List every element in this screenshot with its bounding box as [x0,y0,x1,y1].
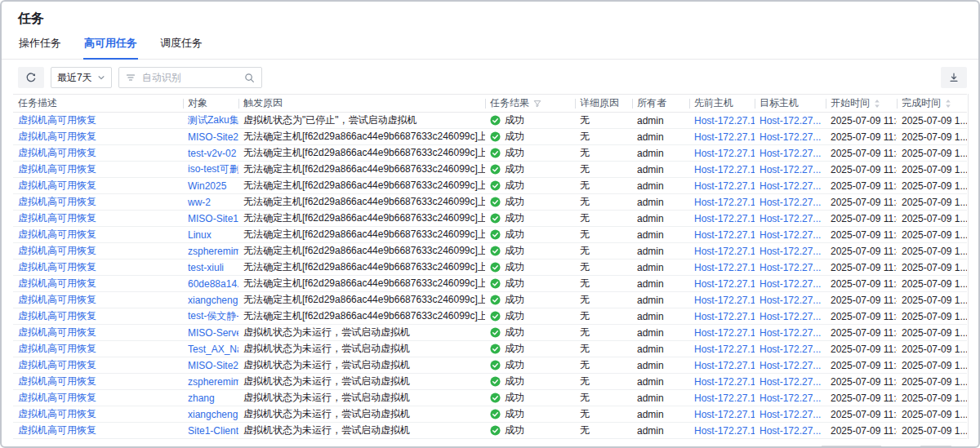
task-description-link[interactable]: 虚拟机高可用恢复 [18,180,96,191]
object-link[interactable]: xiangcheng... [188,295,238,306]
sort-icon[interactable] [874,99,880,109]
previous-host-link[interactable]: Host-172.27.1.30 [694,311,755,322]
object-link[interactable]: test-v2v-02 [188,148,236,159]
task-description-link[interactable]: 虚拟机高可用恢复 [18,294,96,305]
previous-host-link[interactable]: Host-172.27.1.30 [694,295,755,306]
tab-scheduled-tasks[interactable]: 调度任务 [159,29,203,59]
previous-host-link[interactable]: Host-172.27.1.30 [694,213,755,224]
previous-host-link[interactable]: Host-172.27.1.30 [694,229,755,241]
finish-time-text: 2025-07-09 1... [897,259,967,276]
previous-host-link[interactable]: Host-172.27.1.30 [694,180,755,192]
target-host-link[interactable]: Host-172.27... [760,148,821,159]
target-host-link[interactable]: Host-172.27... [760,180,821,192]
object-link[interactable]: zspheremim... [188,376,238,388]
previous-host-link[interactable]: Host-172.27.1.32 [694,376,755,388]
task-description-link[interactable]: 虚拟机高可用恢复 [18,228,96,240]
object-link[interactable]: iso-test可删 [188,163,238,175]
object-link[interactable]: 测试Zaku集... [188,114,238,126]
task-description-link[interactable]: 虚拟机高可用恢复 [18,196,96,207]
date-range-select[interactable]: 最近7天 [51,67,112,88]
task-description-link[interactable]: 虚拟机高可用恢复 [18,326,96,338]
target-host-link[interactable]: Host-172.27... [760,425,821,437]
target-host-link[interactable]: Host-172.27... [760,409,821,420]
previous-host-link[interactable]: Host-172.27.1.32 [694,393,755,404]
object-link[interactable]: test-xiuli [188,262,224,273]
target-host-link[interactable]: Host-172.27... [760,360,821,371]
object-link[interactable]: MISO-Site2... [188,131,238,143]
task-description-link[interactable]: 虚拟机高可用恢复 [18,163,96,175]
object-link[interactable]: Win2025 [188,180,226,192]
search-input[interactable] [140,71,239,84]
target-host-link[interactable]: Host-172.27... [760,164,821,175]
object-link[interactable]: Site1-Client1 [188,425,238,437]
object-link[interactable]: zspheremim... [188,246,238,257]
object-link[interactable]: Linux [188,229,212,241]
previous-host-link[interactable]: Host-172.27.1.32 [694,344,755,355]
tab-operation-tasks[interactable]: 操作任务 [18,29,62,59]
sort-icon[interactable] [945,99,951,109]
object-link[interactable]: MISO-Serve... [188,327,238,339]
object-link[interactable]: 60de88a14... [188,278,238,290]
target-host-link[interactable]: Host-172.27... [760,376,821,388]
previous-host-link[interactable]: Host-172.27.1.32 [694,360,755,371]
object-link[interactable]: MISO-Site2... [188,360,238,371]
target-host-link[interactable]: Host-172.27... [760,213,821,224]
export-button[interactable] [941,67,967,88]
previous-host-link[interactable]: Host-172.27.1.30 [694,278,755,290]
task-description-link[interactable]: 虚拟机高可用恢复 [18,310,96,322]
previous-host-link[interactable]: Host-172.27.1.30 [694,246,755,257]
target-host-link[interactable]: Host-172.27... [760,262,821,273]
detail-reason-text: 无 [575,113,632,129]
previous-host-link[interactable]: Host-172.27.1.30 [694,262,755,273]
object-link[interactable]: xiangcheng... [188,409,238,420]
target-host-link[interactable]: Host-172.27... [760,197,821,208]
target-host-link[interactable]: Host-172.27... [760,327,821,339]
refresh-button[interactable] [18,67,44,88]
target-host-link[interactable]: Host-172.27... [760,278,821,290]
tab-ha-tasks[interactable]: 高可用任务 [83,29,138,60]
target-host-link[interactable]: Host-172.27... [760,229,821,241]
object-link[interactable]: Test_AX_Na... [188,344,238,355]
task-description-link[interactable]: 虚拟机高可用恢复 [18,359,96,370]
task-description-link[interactable]: 虚拟机高可用恢复 [18,343,96,354]
target-host-link[interactable]: Host-172.27... [760,131,821,143]
success-check-icon [490,213,501,224]
task-description-link[interactable]: 虚拟机高可用恢复 [18,114,96,126]
target-host-link[interactable]: Host-172.27... [760,295,821,306]
task-description-link[interactable]: 虚拟机高可用恢复 [18,261,96,273]
task-description-link[interactable]: 虚拟机高可用恢复 [18,245,96,256]
filter-funnel-icon[interactable] [533,100,541,108]
task-description-link[interactable]: 虚拟机高可用恢复 [18,392,96,403]
previous-host-link[interactable]: Host-172.27.1.30 [694,164,755,175]
task-description-link[interactable]: 虚拟机高可用恢复 [18,212,96,224]
table-header-row: 任务描述 对象 触发原因 任务结果 详细原因 所有者 先前主机 目标主机 [13,95,967,113]
object-link[interactable]: MISO-Site1... [188,213,238,224]
previous-host-link[interactable]: Host-172.27.1.32 [694,425,755,437]
target-host-link[interactable]: Host-172.27... [760,393,821,404]
col-task-result[interactable]: 任务结果 [485,95,575,113]
object-link[interactable]: zhang [188,393,215,404]
target-host-link[interactable]: Host-172.27... [760,115,821,126]
target-host-link[interactable]: Host-172.27... [760,311,821,322]
previous-host-link[interactable]: Host-172.27.1.30 [694,131,755,143]
task-description-link[interactable]: 虚拟机高可用恢复 [18,424,96,436]
previous-host-link[interactable]: Host-172.27.1.32 [694,327,755,339]
previous-host-link[interactable]: Host-172.27.1.32 [694,409,755,420]
search-icon[interactable] [244,73,255,83]
target-host-link[interactable]: Host-172.27... [760,246,821,257]
task-description-link[interactable]: 虚拟机高可用恢复 [18,375,96,387]
previous-host-link[interactable]: Host-172.27.1.30 [694,115,755,126]
previous-host-link[interactable]: Host-172.27.1.30 [694,197,755,208]
task-description-link[interactable]: 虚拟机高可用恢复 [18,131,96,142]
col-start-time[interactable]: 开始时间 [826,95,897,113]
task-description-link[interactable]: 虚拟机高可用恢复 [18,277,96,289]
start-time-text: 2025-07-09 11:42:24 [826,406,897,423]
object-link[interactable]: test-侯文静-... [188,310,238,322]
target-host-link[interactable]: Host-172.27... [760,344,821,355]
task-result-text: 成功 [505,244,524,258]
col-finish-time[interactable]: 完成时间 [897,95,967,113]
task-description-link[interactable]: 虚拟机高可用恢复 [18,408,96,419]
task-description-link[interactable]: 虚拟机高可用恢复 [18,147,96,158]
previous-host-link[interactable]: Host-172.27.1.30 [694,148,755,159]
object-link[interactable]: ww-2 [188,197,211,208]
